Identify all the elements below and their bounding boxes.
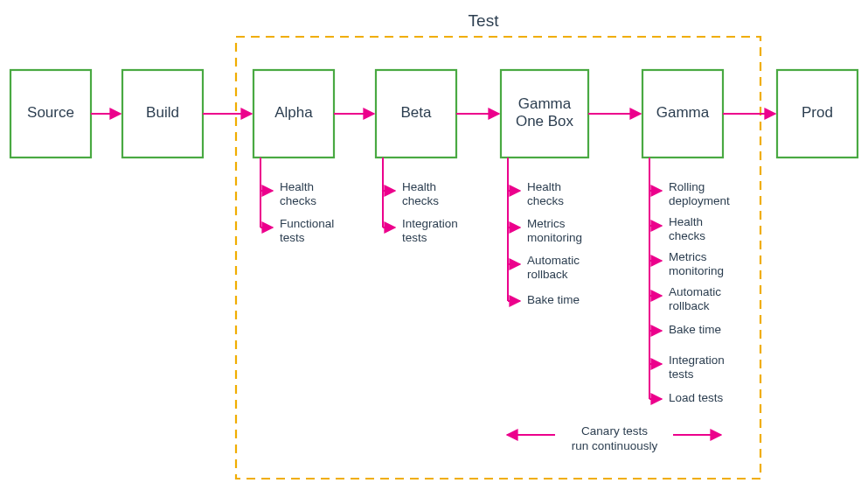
stage-gamma-onebox: Gamma One Box: [501, 70, 588, 158]
stage-gamma-onebox-line2: One Box: [516, 113, 574, 130]
alpha-sub-1-l2: tests: [280, 231, 305, 244]
gob-sub-1-l2: monitoring: [527, 231, 582, 244]
gamma-sub-list: Rolling deployment Health checks Metrics…: [649, 158, 730, 404]
gamma-sub-2-l1: Metrics: [669, 250, 707, 263]
stage-alpha: Alpha: [253, 70, 334, 158]
gob-sub-1-l1: Metrics: [527, 217, 566, 230]
alpha-sub-list: Health checks Functional tests: [260, 158, 334, 244]
beta-sub-1-l2: tests: [402, 231, 427, 244]
stage-gamma-label: Gamma: [656, 104, 710, 121]
gob-sub-2-l1: Automatic: [527, 254, 580, 267]
gamma-sub-0-l1: Rolling: [669, 180, 705, 193]
stage-gamma: Gamma: [642, 70, 723, 158]
stage-prod: Prod: [777, 70, 858, 158]
alpha-sub-1-l1: Functional: [280, 217, 334, 230]
gamma-sub-3-l2: rollback: [669, 299, 710, 312]
gamma-sub-6-l1: Load tests: [669, 391, 724, 404]
gob-sub-0-l2: checks: [527, 194, 564, 207]
gob-sub-0-l1: Health: [527, 180, 561, 193]
stage-build: Build: [122, 70, 203, 158]
beta-sub-0-l1: Health: [402, 180, 436, 193]
gamma-sub-3-l1: Automatic: [669, 285, 721, 298]
canary-line1: Canary tests: [581, 424, 648, 438]
stage-beta-label: Beta: [401, 104, 433, 121]
stage-build-label: Build: [146, 104, 179, 121]
gamma-sub-2-l2: monitoring: [669, 264, 724, 277]
canary-line2: run continuously: [572, 439, 658, 452]
stage-beta: Beta: [376, 70, 456, 158]
stage-alpha-label: Alpha: [274, 104, 313, 121]
stage-source: Source: [10, 70, 91, 158]
gob-sub-2-l2: rollback: [527, 268, 568, 281]
alpha-sub-0-l1: Health: [280, 180, 314, 193]
beta-sub-0-l2: checks: [402, 194, 439, 207]
stage-source-label: Source: [27, 104, 74, 121]
gamma-sub-1-l2: checks: [669, 229, 705, 242]
gamma-onebox-sub-list: Health checks Metrics monitoring Automat…: [508, 158, 582, 306]
stage-prod-label: Prod: [802, 104, 833, 121]
alpha-sub-0-l2: checks: [280, 194, 316, 207]
pipeline-diagram: Test Source Build Alpha Beta Gamma One B…: [0, 0, 868, 490]
gob-sub-3-l1: Bake time: [527, 293, 580, 306]
canary-tests-footnote: Canary tests run continuously: [507, 424, 721, 452]
stage-gamma-onebox-line1: Gamma: [518, 95, 572, 112]
gamma-sub-1-l1: Health: [669, 215, 703, 228]
gamma-sub-4-l1: Bake time: [669, 323, 721, 336]
gamma-sub-5-l2: tests: [669, 368, 694, 381]
gamma-sub-0-l2: deployment: [669, 194, 730, 207]
gamma-sub-5-l1: Integration: [669, 354, 725, 367]
beta-sub-1-l1: Integration: [402, 217, 458, 230]
beta-sub-list: Health checks Integration tests: [383, 158, 458, 244]
test-group-title: Test: [469, 11, 500, 30]
